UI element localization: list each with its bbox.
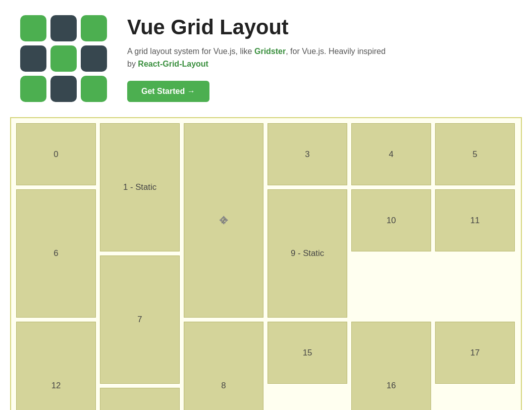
logo-cell-5 — [81, 45, 107, 72]
react-grid-link: React-Grid-Layout — [138, 60, 208, 68]
grid-item-label-4: 4 — [389, 149, 393, 160]
grid-item-label-12: 12 — [51, 381, 61, 391]
logo-cell-7 — [50, 76, 77, 102]
grid-item-label-3: 3 — [305, 149, 309, 160]
grid-item-5[interactable]: 5 — [435, 123, 515, 185]
gridster-link: Gridster — [254, 47, 286, 56]
get-started-button[interactable]: Get Started → — [127, 81, 209, 102]
grid-item-9: 9 - Static — [268, 189, 347, 318]
logo — [20, 15, 107, 102]
header: Vue Grid Layout A grid layout system for… — [0, 0, 532, 112]
grid-item-2[interactable]: 2✥ — [184, 123, 263, 318]
grid-item-label-16: 16 — [387, 381, 396, 391]
logo-cell-3 — [20, 45, 46, 72]
grid-item-7[interactable]: 7 — [100, 255, 180, 384]
logo-cell-2 — [81, 15, 107, 41]
grid-item-0[interactable]: 0 — [16, 123, 96, 185]
logo-cell-1 — [50, 15, 77, 41]
subtitle: A grid layout system for Vue.js, like Gr… — [127, 45, 390, 71]
grid-item-16[interactable]: 16 — [351, 322, 431, 410]
grid-demo-wrapper: 01 - Static2✥3456789 - Static10111213141… — [10, 117, 522, 410]
grid-item-label-10: 10 — [387, 216, 396, 226]
grid-item-10[interactable]: 10 — [351, 189, 431, 251]
page-title: Vue Grid Layout — [127, 15, 390, 39]
move-icon: ✥ — [219, 214, 228, 227]
grid-item-4[interactable]: 4 — [351, 123, 431, 185]
grid-item-label-6: 6 — [54, 248, 58, 259]
logo-cell-8 — [81, 76, 107, 102]
grid-item-label-9: 9 - Static — [291, 248, 324, 259]
grid-item-13[interactable]: 13 — [100, 388, 180, 410]
grid-demo: 01 - Static2✥3456789 - Static10111213141… — [16, 123, 516, 410]
logo-cell-0 — [20, 15, 46, 41]
grid-item-8[interactable]: 8 — [184, 322, 263, 410]
grid-item-1: 1 - Static — [100, 123, 180, 251]
grid-item-11[interactable]: 11 — [435, 189, 515, 251]
grid-item-15[interactable]: 15 — [268, 322, 347, 384]
grid-item-label-11: 11 — [470, 216, 480, 226]
logo-cell-6 — [20, 76, 46, 102]
logo-cell-4 — [50, 45, 77, 72]
grid-item-17[interactable]: 17 — [435, 322, 515, 384]
grid-item-label-8: 8 — [221, 381, 226, 391]
hero-text: Vue Grid Layout A grid layout system for… — [127, 15, 390, 102]
grid-item-label-17: 17 — [470, 348, 480, 358]
grid-item-label-1: 1 - Static — [123, 182, 156, 192]
grid-item-label-15: 15 — [303, 348, 312, 358]
grid-item-12[interactable]: 12 — [16, 322, 96, 410]
grid-item-label-7: 7 — [137, 315, 142, 325]
grid-item-label-5: 5 — [472, 149, 477, 160]
subtitle-part1: A grid layout system for Vue.js, like — [127, 47, 254, 56]
grid-item-3[interactable]: 3 — [268, 123, 347, 185]
grid-item-6[interactable]: 6 — [16, 189, 96, 318]
grid-item-label-0: 0 — [54, 149, 58, 160]
